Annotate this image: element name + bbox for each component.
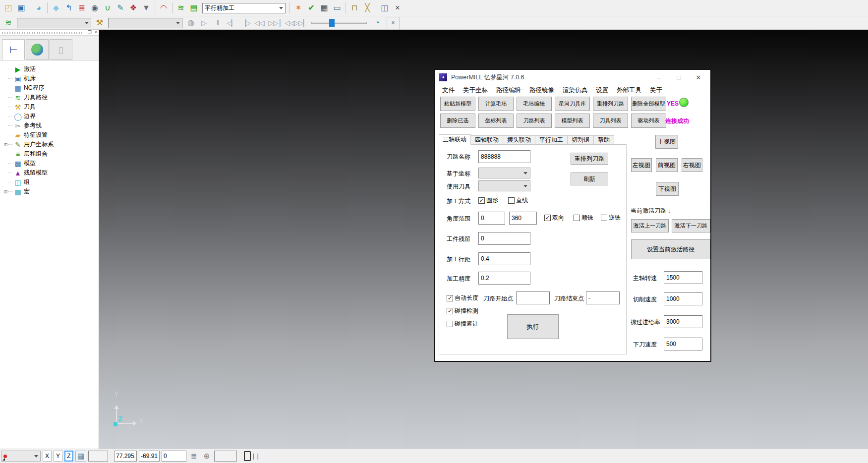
clock-icon[interactable]: ◔ [371,17,384,29]
tab-parallel[interactable]: 平行加工 [535,135,568,145]
tree-item-patterns[interactable]: ✂ 参考线 [3,121,99,130]
end-point-input[interactable] [586,291,620,304]
tree-item-models[interactable]: ▩ 模型 [3,159,99,168]
activate-next-toolpath-button[interactable]: 激活下一刀路 [672,219,710,232]
cutting-feed-input[interactable] [664,292,702,305]
go-to-start-button[interactable]: ▏◁◁ [281,17,293,29]
drive-list-button[interactable]: 驱动列表 [631,114,666,128]
tree-item-nc-programs[interactable]: ▤ NC程序 [3,83,99,93]
climb-checkbox[interactable] [574,215,580,221]
shaded-render-icon[interactable]: ◕ [32,2,45,14]
stepover-input[interactable] [478,252,530,265]
compute-block-button[interactable]: 计算毛坯 [478,97,514,111]
separator[interactable] [172,2,173,13]
tree-item-macros[interactable]: ⊞ ▦ 宏 [3,187,99,196]
menu-about[interactable]: 关于 [650,86,662,95]
circular-checkbox[interactable] [478,197,485,204]
sim-toolpath-combobox[interactable] [17,18,91,28]
menu-file[interactable]: 文件 [442,86,455,95]
angle-to-input[interactable] [509,212,537,225]
rewind-button[interactable]: ◁◁ [253,17,266,29]
coordinate-x-input[interactable] [114,451,137,462]
model-list-button[interactable]: 模型列表 [555,114,590,128]
block-edit-button[interactable]: 毛坯编辑 [517,97,552,111]
save-project-icon[interactable]: ▣ [15,2,28,14]
axis-z-button[interactable]: Z [64,451,73,462]
left-view-button[interactable]: 左视图 [631,158,652,172]
bottom-view-button[interactable]: 下视图 [656,182,679,196]
menu-render-sim[interactable]: 渲染仿真 [563,86,587,95]
feature-set-icon[interactable]: ▼ [140,2,153,14]
grid-size-input[interactable] [88,451,108,462]
top-view-button[interactable]: 上视图 [655,135,678,149]
tree-item-stock-models[interactable]: ▲ 残留模型 [3,168,99,177]
toolpath-list-button[interactable]: 刀路列表 [517,114,552,128]
set-active-path-button[interactable]: 设置当前激活路径 [631,239,710,259]
start-point-input[interactable] [516,291,550,304]
panel-restore-icon[interactable]: ❐ [86,30,93,35]
tab-help[interactable]: 帮助 [594,135,614,145]
refresh-button[interactable]: 刷新 [571,173,608,185]
toolpath-ribbon-icon[interactable]: ≋ [174,2,187,14]
auto-length-checkbox[interactable] [447,295,453,301]
rearrange-toolpaths-button-2[interactable]: 重排列刀路 [571,153,608,165]
status-extra-input[interactable] [214,451,237,462]
menu-external-tools[interactable]: 外部工具 [617,86,641,95]
menu-settings[interactable]: 设置 [596,86,608,95]
based-coord-combobox[interactable] [478,168,530,178]
tree-item-workplanes[interactable]: ⊞ ✎ 用户坐标系 [3,140,99,149]
strategy-combobox[interactable]: 平行精加工 [202,3,286,13]
tool-pair-icon[interactable]: ◫ [378,2,391,14]
step-forward-button[interactable]: ▕▷ [239,17,252,29]
tab-4axis[interactable]: 四轴联动 [471,135,503,145]
tree-item-boundaries[interactable]: ◯ 边界 [3,112,99,121]
toolbar-close-icon[interactable]: × [391,2,404,14]
delete-all-models-button[interactable]: 删除全部模型 [631,97,666,111]
stock-remain-input[interactable] [478,232,530,245]
tree-item-groups[interactable]: ◫ 组 [3,177,99,187]
tab-3axis[interactable]: 三轴联动 [439,134,471,145]
pattern-icon[interactable]: ❖ [127,2,140,14]
cursor-mode-combobox[interactable] [1,451,41,462]
simulation-speed-slider[interactable] [311,18,367,27]
tree-item-machine[interactable]: ▣ 机床 [3,74,99,83]
tree-item-levels[interactable]: ≡ 层和组合 [3,149,99,159]
go-to-end-button[interactable]: ▷▷▏ [294,17,307,29]
collision-avoid-checkbox[interactable] [447,321,453,327]
rearrange-toolpaths-button[interactable]: 重排列刀路 [593,97,628,111]
coordinate-y-input[interactable] [139,451,160,462]
menu-path-edit[interactable]: 路径编辑 [496,86,521,95]
bidirectional-checkbox[interactable] [544,215,551,221]
tree-item-tools[interactable]: ⚒ 刀具 [3,102,99,112]
tool-tip-icon[interactable]: ◉ [88,2,101,14]
measure-icon[interactable]: ▭ [331,2,344,14]
toolpath-name-input[interactable] [478,150,530,163]
step-back-button[interactable]: ◁▏ [225,17,238,29]
grid-snap-icon[interactable]: ▦ [75,451,86,462]
fast-forward-button[interactable]: ▷▷ [267,17,280,29]
tab-cutting-saw[interactable]: 切割锯 [568,135,594,145]
menu-path-mirror[interactable]: 路径镜像 [529,86,554,95]
play-button[interactable]: ▷ [197,17,210,29]
explorer-tree-tab[interactable]: ⊢ [2,39,25,60]
execute-button[interactable]: 执行 [507,314,559,339]
block-icon[interactable]: ◆ [50,2,62,14]
tree-item-activate[interactable]: ▶ 激活 [3,64,99,74]
maximize-button[interactable]: □ [669,70,689,85]
separator[interactable] [30,2,30,13]
tree-item-feature-sets[interactable]: ▰ 特征设置 [3,130,99,140]
tab-swivel-head[interactable]: 摆头联动 [503,135,535,145]
boundary-icon[interactable]: ∪ [101,2,114,14]
coordinate-list-button[interactable]: 坐标列表 [478,114,514,128]
pause-button[interactable]: ‖ [211,17,224,29]
verify-toolpath-icon[interactable]: ✔ [305,2,318,14]
minimize-button[interactable]: – [649,70,669,85]
toolpath-links-icon[interactable]: ↰ [62,2,75,14]
explorer-trash-tab[interactable]: ▯ [50,39,72,60]
front-view-button[interactable]: 前视图 [656,158,678,172]
panel-close-icon[interactable]: × [93,30,99,35]
separator[interactable] [47,2,48,13]
tolerance-input[interactable] [478,272,530,285]
slider-handle[interactable] [329,19,335,27]
probe-position-icon[interactable]: ⊕ [201,451,212,462]
